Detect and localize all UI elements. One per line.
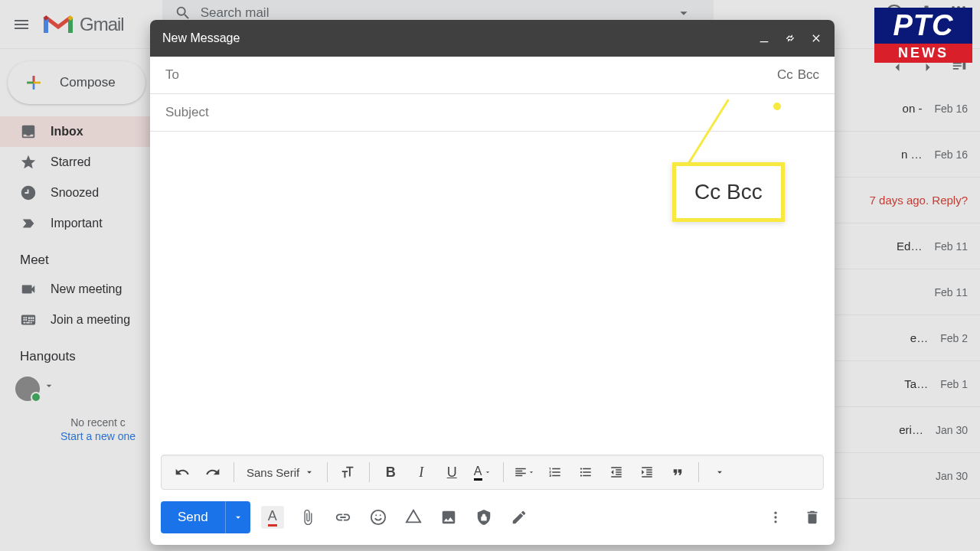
link-button[interactable] xyxy=(332,506,354,529)
chevron-down-icon xyxy=(304,467,315,478)
chevron-down-icon[interactable] xyxy=(43,380,55,392)
compose-window: New Message To CcBcc Subject Sans Serif … xyxy=(150,20,835,545)
camera-icon xyxy=(20,281,37,298)
star-icon xyxy=(20,154,37,171)
emoji-button[interactable] xyxy=(367,506,390,529)
more-options-button[interactable] xyxy=(764,506,787,529)
search-icon xyxy=(175,5,191,21)
ptc-news-watermark: PTC NEWS xyxy=(874,8,972,63)
numbered-list-button[interactable] xyxy=(542,459,568,485)
gmail-logo-text: Gmail xyxy=(80,14,124,35)
text-color-button[interactable]: A xyxy=(469,459,495,485)
send-button[interactable]: Send xyxy=(161,501,250,533)
minimize-icon[interactable] xyxy=(758,32,770,44)
subject-label: Subject xyxy=(165,105,819,120)
sidebar-item-label: Starred xyxy=(51,155,90,169)
font-size-button[interactable] xyxy=(335,459,361,485)
drive-button[interactable] xyxy=(402,506,425,529)
gmail-logo-icon xyxy=(43,13,74,36)
sidebar-item-label: New meeting xyxy=(51,282,122,296)
compose-label: Compose xyxy=(60,75,116,90)
align-button[interactable] xyxy=(511,459,537,485)
callout-dot xyxy=(773,103,781,110)
compose-title: New Message xyxy=(162,31,758,45)
sidebar-item-label: Join a meeting xyxy=(51,313,130,327)
menu-icon[interactable] xyxy=(12,15,31,34)
compose-footer: Send A xyxy=(150,490,835,545)
attach-button[interactable] xyxy=(296,506,319,529)
undo-button[interactable] xyxy=(169,459,195,485)
sidebar-item-label: Snoozed xyxy=(51,186,99,200)
compose-plus-icon xyxy=(21,70,46,95)
text-format-button[interactable]: A xyxy=(261,506,284,529)
redo-button[interactable] xyxy=(200,459,226,485)
keyboard-icon xyxy=(20,311,37,328)
quote-button[interactable] xyxy=(665,459,691,485)
bold-button[interactable]: B xyxy=(377,459,403,485)
sidebar-item-label: Important xyxy=(51,217,103,230)
to-field[interactable]: To CcBcc xyxy=(150,57,835,94)
confidential-button[interactable] xyxy=(472,506,495,529)
gmail-logo[interactable]: Gmail xyxy=(43,13,124,36)
user-avatar[interactable] xyxy=(15,377,40,401)
popout-icon[interactable] xyxy=(784,32,796,44)
important-icon xyxy=(20,215,37,232)
compose-header: New Message xyxy=(150,20,835,57)
to-label: To xyxy=(165,67,773,83)
image-button[interactable] xyxy=(437,506,460,529)
formatting-toolbar: Sans Serif B I U A xyxy=(161,455,824,490)
clock-icon xyxy=(20,184,37,201)
indent-more-button[interactable] xyxy=(634,459,660,485)
svg-point-14 xyxy=(774,516,776,518)
svg-point-12 xyxy=(371,510,385,524)
font-select[interactable]: Sans Serif xyxy=(242,466,319,479)
italic-button[interactable]: I xyxy=(408,459,434,485)
compose-button[interactable]: Compose xyxy=(8,61,145,104)
signature-button[interactable] xyxy=(508,506,531,529)
close-icon[interactable] xyxy=(810,32,822,44)
bullet-list-button[interactable] xyxy=(573,459,599,485)
search-placeholder: Search mail xyxy=(201,5,675,21)
underline-button[interactable]: U xyxy=(439,459,465,485)
cc-bcc-toggle[interactable]: CcBcc xyxy=(773,67,819,83)
callout-highlight: Cc Bcc xyxy=(672,162,785,222)
discard-button[interactable] xyxy=(801,506,824,529)
send-options-button[interactable] xyxy=(226,501,250,533)
search-options-icon[interactable] xyxy=(675,5,692,21)
more-formatting-button[interactable] xyxy=(707,459,733,485)
sidebar-item-label: Inbox xyxy=(51,125,83,139)
inbox-icon xyxy=(20,123,37,140)
subject-field[interactable]: Subject xyxy=(150,94,835,132)
svg-point-15 xyxy=(774,520,776,523)
indent-less-button[interactable] xyxy=(603,459,629,485)
svg-point-13 xyxy=(774,512,776,514)
